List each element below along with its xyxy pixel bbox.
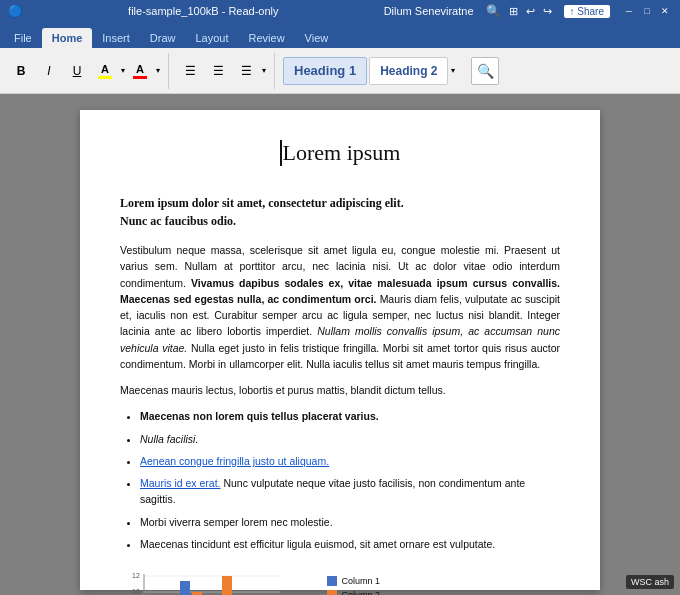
maximize-button[interactable]: □	[640, 4, 654, 18]
number-list-button[interactable]: ☰	[205, 58, 231, 84]
heading2-style[interactable]: Heading 2	[369, 57, 448, 85]
title-bar-filename: file-sample_100kB - Read-only	[23, 5, 384, 17]
tab-draw[interactable]: Draw	[140, 28, 186, 48]
svg-rect-12	[180, 581, 190, 595]
minimize-button[interactable]: ─	[622, 4, 636, 18]
italic-button[interactable]: I	[36, 58, 62, 84]
chart-container: 12 10 8 6	[120, 566, 320, 595]
list-item: Maecenas non lorem quis tellus placerat …	[140, 408, 560, 424]
bar-chart: 12 10 8 6	[120, 566, 320, 595]
legend-label-col1: Column 1	[341, 576, 380, 586]
indent-button[interactable]: ☰	[233, 58, 259, 84]
list-link-2[interactable]: Mauris id ex erat.	[140, 477, 221, 489]
highlight-dropdown[interactable]: ▾	[121, 66, 125, 75]
search-person-icon: 🔍	[486, 4, 501, 18]
doc-paragraph-1: Vestibulum neque massa, scelerisque sit …	[120, 242, 560, 372]
tab-file[interactable]: File	[4, 28, 42, 48]
legend-color-col2	[327, 590, 337, 595]
tab-layout[interactable]: Layout	[185, 28, 238, 48]
ribbon-tabs: File Home Insert Draw Layout Review View	[0, 22, 680, 48]
bold-button[interactable]: B	[8, 58, 34, 84]
legend-label-col2: Column 2	[341, 590, 380, 595]
title-bar-left: 🔵	[8, 4, 23, 18]
list-item: Mauris id ex erat. Nunc vulputate neque …	[140, 475, 560, 508]
ribbon-toolbar: B I U A ▾ A ▾ ☰ ☰ ☰ ▾ Heading 1 Heading …	[0, 48, 680, 94]
word-icon: 🔵	[8, 4, 23, 18]
document-area: Lorem ipsum Lorem ipsum dolor sit amet, …	[0, 94, 680, 595]
tab-view[interactable]: View	[295, 28, 339, 48]
doc-title: Lorem ipsum	[280, 140, 401, 166]
search-button[interactable]: 🔍	[471, 57, 499, 85]
grid-icon[interactable]: ⊞	[509, 5, 518, 18]
paragraph-group: ☰ ☰ ☰ ▾	[177, 53, 275, 89]
font-color-button[interactable]: A	[127, 58, 153, 84]
list-item: Morbi viverra semper lorem nec molestie.	[140, 514, 560, 530]
font-group: B I U A ▾ A ▾	[8, 53, 169, 89]
highlight-color-button[interactable]: A	[92, 58, 118, 84]
styles-group: Heading 1 Heading 2 ▾	[283, 53, 463, 89]
heading1-style[interactable]: Heading 1	[283, 57, 367, 85]
list-item: Nulla facilisi.	[140, 431, 560, 447]
svg-text:12: 12	[132, 572, 140, 579]
watermark: WSC ash	[626, 575, 674, 589]
doc-list: Maecenas non lorem quis tellus placerat …	[140, 408, 560, 552]
underline-button[interactable]: U	[64, 58, 90, 84]
list-item: Aenean congue fringilla justo ut aliquam…	[140, 453, 560, 469]
document-page: Lorem ipsum Lorem ipsum dolor sit amet, …	[80, 110, 600, 590]
paragraph-dropdown[interactable]: ▾	[262, 66, 266, 75]
list-link[interactable]: Aenean congue fringilla justo ut aliquam…	[140, 455, 329, 467]
list-item: Maecenas tincidunt est efficitur ligula …	[140, 536, 560, 552]
svg-text:10: 10	[132, 588, 140, 595]
tab-review[interactable]: Review	[239, 28, 295, 48]
chart-legend: Column 1 Column 2	[327, 576, 380, 595]
undo-icon[interactable]: ↩	[526, 5, 535, 18]
styles-dropdown[interactable]: ▾	[451, 66, 455, 75]
tab-insert[interactable]: Insert	[92, 28, 140, 48]
legend-color-col1	[327, 576, 337, 586]
title-bar-user-area: Dilum Seneviratne 🔍 ⊞ ↩ ↪ ↑ Share ─ □ ✕	[384, 4, 672, 18]
svg-rect-15	[222, 576, 232, 595]
close-button[interactable]: ✕	[658, 4, 672, 18]
bullet-list-button[interactable]: ☰	[177, 58, 203, 84]
legend-item-col1: Column 1	[327, 576, 380, 586]
redo-icon[interactable]: ↪	[543, 5, 552, 18]
doc-title-wrapper: Lorem ipsum	[120, 140, 560, 180]
doc-subtitle: Lorem ipsum dolor sit amet, consectetur …	[120, 194, 560, 230]
title-bar: 🔵 file-sample_100kB - Read-only Dilum Se…	[0, 0, 680, 22]
font-color-dropdown[interactable]: ▾	[156, 66, 160, 75]
share-button[interactable]: ↑ Share	[564, 5, 610, 18]
doc-paragraph-2: Maecenas mauris lectus, lobortis et puru…	[120, 382, 560, 398]
user-name: Dilum Seneviratne	[384, 5, 474, 17]
tab-home[interactable]: Home	[42, 28, 93, 48]
legend-item-col2: Column 2	[327, 590, 380, 595]
